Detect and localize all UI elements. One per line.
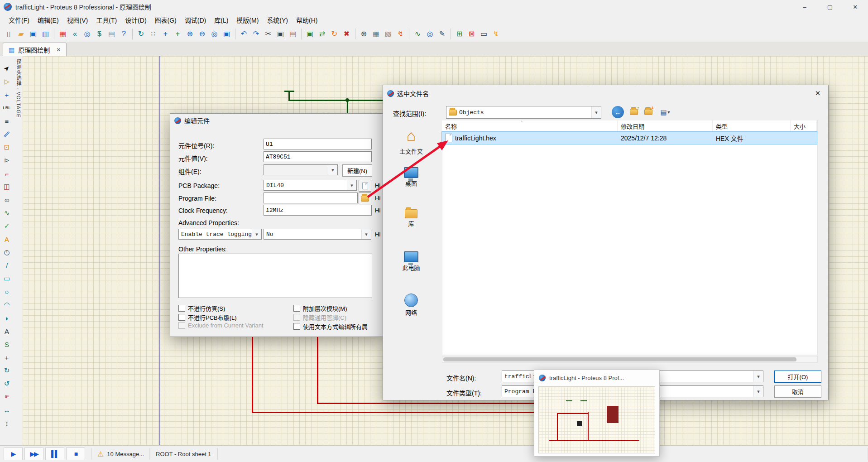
new-design-icon[interactable]: ▯ [3,28,15,40]
file-dialog-titlebar[interactable]: 选中文件名 [383,85,828,101]
virtual-instruments-mode-icon[interactable]: ◴ [1,246,13,258]
place-network[interactable]: 网络 [389,294,433,336]
edit-dialog-titlebar[interactable]: 编辑元件 [170,114,383,127]
cut-icon[interactable]: ✂ [262,28,274,40]
block-move-icon[interactable]: ⇄ [316,28,328,40]
checkbox-edit-all-as-text[interactable]: 使用文本方式编辑所有属 [293,322,368,331]
remove-sheet-icon[interactable]: ⊠ [465,28,478,40]
origin-icon[interactable]: + [159,28,172,40]
menu-item-9[interactable]: 系统(Y) [263,14,292,26]
toggle-grid-icon[interactable]: ∷ [147,28,159,40]
cancel-button[interactable]: 取消 [774,385,821,398]
tab-schematic[interactable]: ▦ 原理图绘制 ✕ [3,43,67,56]
advanced-property-combo[interactable]: Enable trace logging ▾ [178,229,262,240]
mirror-horizontal-icon[interactable]: ↔ [1,404,13,416]
save-design-icon[interactable]: ▣ [27,28,39,40]
column-header-3[interactable]: 大小 [791,120,817,132]
place-computer[interactable]: 此电脑 [389,251,433,294]
bus-mode-icon[interactable]: ∥ [0,126,15,143]
close-button[interactable]: ✕ [843,0,868,14]
pause-button[interactable]: ▌▌ [45,448,64,460]
menu-item-10[interactable]: 帮助(H) [292,14,321,26]
goto-sheet-icon[interactable]: ▭ [478,28,490,40]
block-delete-icon[interactable]: ✖ [340,28,353,40]
element-combo[interactable]: ▾ [264,164,338,175]
place-library[interactable]: 库 [389,209,433,251]
subcircuit-mode-icon[interactable]: ⊡ [1,141,13,153]
stop-button[interactable]: ■ [66,448,85,460]
rotate-cw-icon[interactable]: ↻ [1,365,13,376]
find-component-icon[interactable]: ◎ [81,28,93,40]
current-probe-mode-icon[interactable]: A [1,233,13,245]
open-design-icon[interactable]: ▰ [15,28,27,40]
junction-mode-icon[interactable]: + [1,89,13,101]
design-explorer-icon[interactable]: « [69,28,81,40]
block-copy-icon[interactable]: ▣ [304,28,316,40]
back-icon[interactable]: ← [612,106,624,118]
checkbox-no-simulation[interactable]: 不进行仿真(S) [178,304,225,313]
place-desktop[interactable]: 桌面 [389,167,433,209]
graph-mode-icon[interactable]: ◫ [1,181,13,192]
checkbox-attach-hierarchy[interactable]: 附加层次模块(M) [293,304,347,313]
path-2d-icon[interactable]: ◗ [1,312,13,324]
checkbox-no-pcb[interactable]: 不进行PCB布版(L) [178,313,237,322]
search-and-tag-icon[interactable]: ◎ [424,28,436,40]
dialog-close-icon[interactable]: ✕ [812,88,824,99]
device-pin-mode-icon[interactable]: ⌐ [1,168,13,179]
wire-autorouter-icon[interactable]: ∿ [412,28,424,40]
zoom-out-icon[interactable]: ⊖ [196,28,208,40]
other-properties-textarea[interactable] [178,254,372,298]
circle-2d-icon[interactable]: ○ [1,286,13,298]
project-notes-icon[interactable]: ▤ [106,28,118,40]
pan-tool-icon[interactable]: + [172,28,184,40]
zoom-area-icon[interactable]: ▣ [221,28,233,40]
wire-label-mode-icon[interactable]: LBL [1,102,13,114]
menu-item-8[interactable]: 模版(M) [232,14,263,26]
clock-frequency-input[interactable] [264,205,372,216]
packaging-tool-icon[interactable]: ▧ [382,28,394,40]
pick-device-icon[interactable]: ⊕ [358,28,370,40]
horizontal-scrollbar[interactable] [442,356,818,363]
menu-item-7[interactable]: 库(L) [210,14,232,26]
new-sheet-icon[interactable]: ⊞ [453,28,465,40]
paste-icon[interactable]: ▤ [287,28,299,40]
menu-item-6[interactable]: 调试(D) [181,14,210,26]
arc-2d-icon[interactable]: ◠ [1,299,13,311]
redraw-icon[interactable]: ↻ [135,28,147,40]
zoom-in-icon[interactable]: ⊕ [184,28,196,40]
value-input[interactable] [264,151,372,162]
up-one-level-icon[interactable]: ↑ [628,106,640,118]
copy-icon[interactable]: ▣ [274,28,287,40]
messages-panel[interactable]: ⚠ 10 Message... [91,448,150,460]
advanced-value-combo[interactable]: No ▾ [264,229,371,240]
maximize-button[interactable]: ▢ [817,0,843,14]
line-2d-icon[interactable]: / [1,260,13,271]
component-mode-icon[interactable]: ▷ [1,76,13,87]
box-2d-icon[interactable]: ▭ [1,273,13,284]
redo-icon[interactable]: ↷ [250,28,262,40]
lookup-combo[interactable]: Objects ▾ [446,106,601,119]
help-icon[interactable]: ? [118,28,130,40]
menu-item-3[interactable]: 工具(T) [92,14,121,26]
schematic-capture-icon[interactable]: ▦ [57,28,69,40]
play-button[interactable]: ▶ [4,448,23,460]
column-header-1[interactable]: 修改日期 [618,120,713,132]
voltage-probe-mode-icon[interactable]: ✓ [1,220,13,232]
menu-item-2[interactable]: 视图(V) [63,14,92,26]
selection-tool-icon[interactable]: ➤ [0,60,15,77]
file-row[interactable]: trafficLight.hex2025/12/7 12:28HEX 文件 [442,132,817,144]
block-rotate-icon[interactable]: ↻ [328,28,340,40]
preview-thumbnail[interactable] [538,386,655,453]
text-script-mode-icon[interactable]: ≡ [1,115,13,127]
view-menu-icon[interactable]: ▤ ▾ [657,106,674,118]
column-header-0[interactable]: 名称▵ [442,120,618,132]
menu-item-5[interactable]: 图表(G) [151,14,181,26]
electrical-rule-check-icon[interactable]: ↯ [490,28,502,40]
taskbar-preview-popup[interactable]: trafficLight - Proteus 8 Prof... [534,370,660,457]
program-file-browse-button[interactable] [359,192,371,204]
new-folder-icon[interactable]: + [642,106,654,118]
tab-close-icon[interactable]: ✕ [56,47,61,53]
tape-recorder-mode-icon[interactable]: ∞ [1,194,13,206]
menu-item-0[interactable]: 文件(F) [5,14,34,26]
terminal-mode-icon[interactable]: ⊳ [1,154,13,166]
